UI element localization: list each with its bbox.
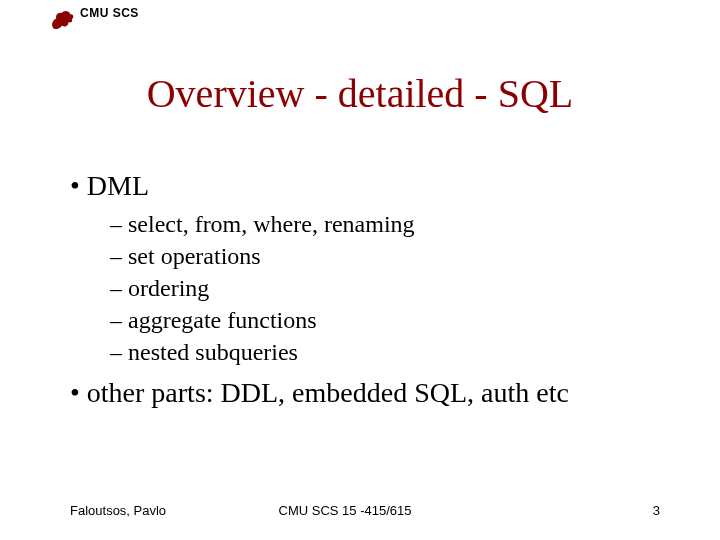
slide: CMU SCS Overview - detailed - SQL DML se… <box>0 0 720 540</box>
slide-header: CMU SCS <box>48 6 139 34</box>
griffin-icon <box>48 6 76 34</box>
slide-body: DML select, from, where, renaming set op… <box>70 160 660 416</box>
bullet-subitem: nested subqueries <box>110 337 660 367</box>
bullet-subitem: aggregate functions <box>110 305 660 335</box>
footer-authors: Faloutsos, Pavlo <box>70 503 166 518</box>
bullet-item: DML <box>70 168 660 203</box>
footer-page-number: 3 <box>653 503 660 518</box>
slide-title: Overview - detailed - SQL <box>0 70 720 117</box>
bullet-subitem: select, from, where, renaming <box>110 209 660 239</box>
header-org-label: CMU SCS <box>80 6 139 20</box>
bullet-subitem: set operations <box>110 241 660 271</box>
slide-footer: Faloutsos, Pavlo CMU SCS 15 -415/615 3 <box>70 503 660 518</box>
bullet-subitem: ordering <box>110 273 660 303</box>
bullet-item: other parts: DDL, embedded SQL, auth etc <box>70 375 660 410</box>
